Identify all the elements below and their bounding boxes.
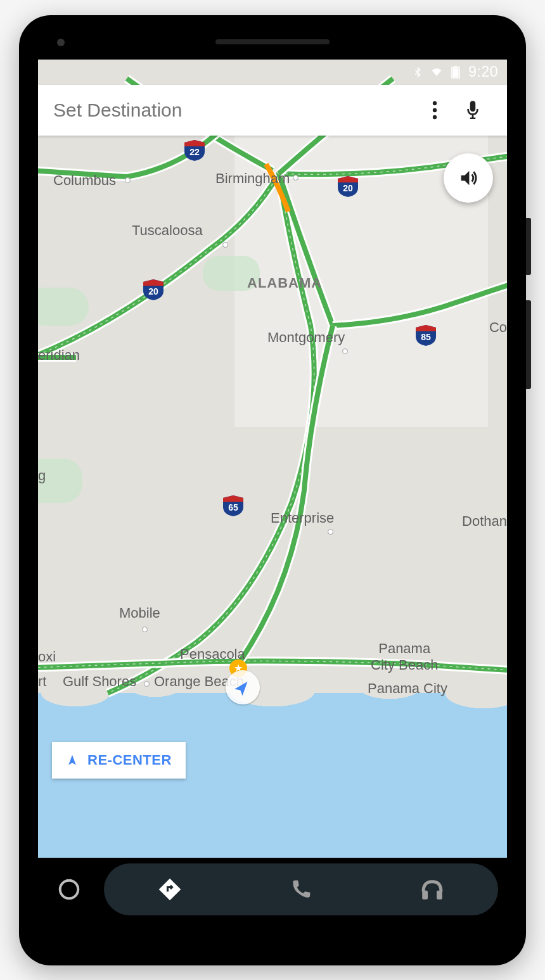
- headphones-icon: [419, 876, 446, 903]
- city-dot: [342, 348, 348, 354]
- interstate-shield-20a: 20: [337, 175, 359, 198]
- kebab-icon: [432, 101, 437, 120]
- status-time: 9:20: [468, 63, 498, 80]
- city-label-gulf-shores: Gulf Shores: [63, 673, 136, 690]
- nav-phone-button[interactable]: [236, 877, 366, 901]
- svg-point-3: [433, 101, 437, 105]
- interstate-shield-22: 22: [183, 139, 206, 162]
- interstate-shield-85: 85: [414, 324, 437, 347]
- phone-device-frame: Columbus Birmingham Tuscaloosa ALABAMA e…: [19, 15, 526, 965]
- nav-pill: [104, 863, 498, 915]
- city-label-eridian: eridian: [38, 347, 80, 364]
- city-label-panama-city: Panama City: [368, 680, 447, 697]
- current-location-marker: [226, 670, 260, 704]
- power-button: [526, 218, 531, 275]
- city-label-mobile: Mobile: [119, 605, 160, 621]
- city-label-montgomery: Montgomery: [267, 329, 345, 346]
- mute-toggle-button[interactable]: [444, 153, 493, 203]
- svg-point-4: [433, 108, 437, 111]
- interstate-shield-65: 65: [222, 494, 245, 517]
- city-label-columbus: Columbus: [53, 172, 116, 189]
- microphone-icon: [465, 99, 481, 121]
- bluetooth-icon: [411, 66, 424, 79]
- interstate-shield-20b: 20: [142, 278, 165, 301]
- city-label-co: Co: [489, 319, 507, 336]
- navigation-arrow-icon: [66, 754, 79, 767]
- status-bar: 9:20: [38, 60, 507, 85]
- phone-icon: [289, 877, 313, 901]
- phone-speaker: [215, 39, 330, 44]
- bottom-nav-bar: [38, 858, 507, 921]
- screen: Columbus Birmingham Tuscaloosa ALABAMA e…: [38, 60, 507, 921]
- svg-point-5: [433, 115, 437, 118]
- city-dot: [142, 627, 148, 632]
- overflow-menu-button[interactable]: [416, 91, 454, 129]
- svg-rect-2: [453, 68, 459, 77]
- volume-button: [526, 300, 531, 389]
- map-canvas[interactable]: Columbus Birmingham Tuscaloosa ALABAMA e…: [38, 60, 507, 858]
- city-label-g: g: [38, 468, 46, 484]
- voice-search-button[interactable]: [454, 91, 492, 129]
- battery-icon: [449, 66, 462, 79]
- city-dot: [293, 175, 298, 181]
- search-placeholder: Set Destination: [53, 99, 416, 121]
- city-label-dothan: Dothan: [462, 513, 507, 530]
- city-dot: [222, 242, 228, 248]
- map-park-1: [38, 288, 89, 326]
- search-bar[interactable]: Set Destination: [38, 85, 507, 136]
- svg-rect-10: [158, 878, 181, 900]
- state-label: ALABAMA: [247, 275, 322, 291]
- city-label-birmingham: Birmingham: [215, 170, 290, 187]
- recenter-label: RE-CENTER: [87, 752, 172, 768]
- navigation-arrow-icon: [234, 678, 252, 696]
- city-dot: [328, 529, 333, 535]
- city-dot: [144, 681, 150, 687]
- home-button[interactable]: [47, 877, 91, 901]
- svg-rect-11: [423, 890, 428, 899]
- nav-media-button[interactable]: [368, 876, 497, 903]
- volume-icon: [458, 167, 479, 189]
- nav-directions-button[interactable]: [105, 876, 234, 903]
- city-label-oxi: oxi: [38, 649, 56, 665]
- svg-rect-1: [454, 66, 457, 67]
- city-label-rt: rt: [38, 673, 46, 690]
- svg-rect-12: [437, 890, 442, 899]
- city-label-enterprise: Enterprise: [271, 510, 334, 526]
- recenter-button[interactable]: RE-CENTER: [52, 742, 186, 779]
- wifi-icon: [430, 66, 443, 79]
- city-label-panama-city-beach: Panama City Beach: [371, 640, 438, 673]
- directions-icon: [157, 876, 183, 903]
- svg-rect-6: [470, 101, 476, 111]
- map-highlight-region: [234, 85, 488, 427]
- phone-camera: [57, 39, 65, 46]
- city-label-tuscaloosa: Tuscaloosa: [132, 222, 203, 239]
- city-dot: [125, 177, 131, 183]
- svg-point-9: [60, 880, 79, 898]
- circle-icon: [57, 877, 81, 901]
